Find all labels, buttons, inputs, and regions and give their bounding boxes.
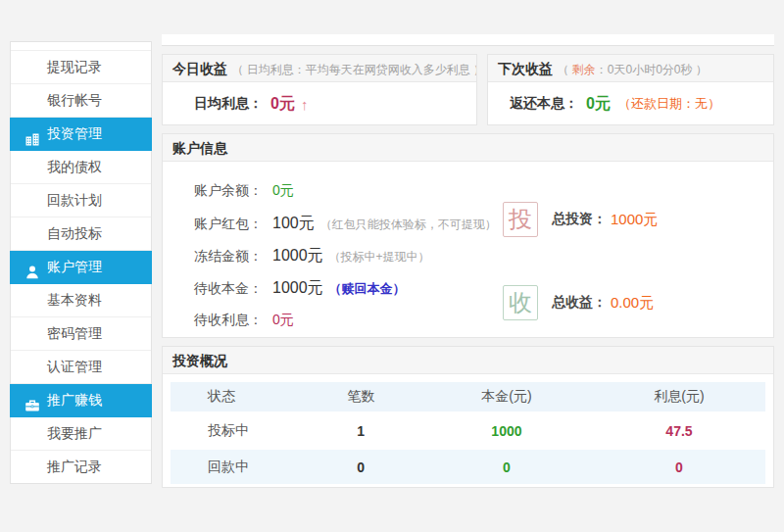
daily-interest-label: 日均利息： xyxy=(194,95,263,113)
sidebar-item-promotion-records[interactable]: 推广记录 xyxy=(11,451,151,483)
red-packet-note: （红包只能投体验标，不可提现） xyxy=(320,218,497,231)
arrow-up-icon: ↑ xyxy=(301,96,309,113)
interest-cell: 0 xyxy=(593,484,765,488)
pending-interest-value: 0元 xyxy=(272,312,294,327)
next-income-note-remaining: 剩余 xyxy=(572,63,596,76)
table-row-repaying: 回款中 0 0 0 xyxy=(171,450,765,484)
interest-cell: 47.5 xyxy=(593,411,765,450)
frozen-amount-label: 冻结金额： xyxy=(194,248,263,264)
account-balance-label: 账户余额： xyxy=(194,182,263,198)
column-count: 笔数 xyxy=(302,382,420,411)
total-investment-label: 总投资： xyxy=(552,211,607,228)
total-earnings-label: 总收益： xyxy=(552,294,607,312)
sidebar-item-label: 提现记录 xyxy=(47,59,102,74)
sidebar-item-label: 回款计划 xyxy=(47,192,102,208)
total-investment-value: 1000元 xyxy=(611,211,658,229)
account-stats: 投 总投资： 1000元 收 总收益： 0.00元 xyxy=(503,162,758,339)
account-balance-value: 0元 xyxy=(272,182,294,198)
frozen-amount-note: （投标中+提现中） xyxy=(329,250,430,264)
principal-cell: 0 xyxy=(420,484,593,488)
investment-overview-title: 投资概况 xyxy=(172,353,227,368)
sidebar-item-partial xyxy=(11,42,151,51)
count-cell: 0 xyxy=(302,484,420,488)
sidebar-item-label: 投资管理 xyxy=(47,125,102,141)
total-investment-stat: 投 总投资： 1000元 xyxy=(503,202,658,237)
daily-interest-value: 0元 xyxy=(270,94,295,115)
today-income-title: 今日收益 xyxy=(172,61,227,76)
sidebar-item-auto-bid[interactable]: 自动投标 xyxy=(11,218,151,251)
partial-panel-top xyxy=(162,34,774,46)
principal-cell: 1000 xyxy=(420,411,593,450)
next-income-body: 返还本息： 0元 （还款日期：无） xyxy=(488,82,773,125)
account-info-title: 账户信息 xyxy=(172,140,227,156)
today-income-panel: 今日收益 （ 日均利息：平均每天在网贷网收入多少利息 ） 日均利息： 0元 ↑ xyxy=(162,54,477,125)
next-income-note-countdown: ：0天0小时0分0秒 ） xyxy=(596,63,708,76)
account-info-header: 账户信息 xyxy=(163,134,773,162)
user-icon xyxy=(24,260,40,275)
total-earnings-value: 0.00元 xyxy=(611,294,654,313)
column-principal: 本金(元) xyxy=(420,382,593,411)
next-income-header: 下次收益 （ 剩余：0天0小时0分0秒 ） xyxy=(488,55,773,82)
status-cell: 回款中 xyxy=(171,450,302,484)
interest-cell: 0 xyxy=(593,450,765,484)
sidebar-item-label: 银行帐号 xyxy=(47,92,102,108)
table-row-bidding: 投标中 1 1000 47.5 xyxy=(171,411,765,450)
building-icon xyxy=(24,126,40,142)
earnings-stamp-icon: 收 xyxy=(503,285,538,320)
sidebar-item-label: 我的债权 xyxy=(47,159,102,174)
account-info-body: 账户余额：0元 账户红包：100元（红包只能投体验标，不可提现） 冻结金额：10… xyxy=(163,162,773,339)
column-interest: 利息(元) xyxy=(593,382,765,411)
pending-principal-label: 待收本金： xyxy=(194,280,263,296)
investment-overview-panel: 投资概况 状态 笔数 本金(元) 利息(元) 投标中 1 1000 47.5 xyxy=(162,346,774,488)
red-packet-value: 100元 xyxy=(272,215,315,231)
today-income-note: （ 日均利息：平均每天在网贷网收入多少利息 ） xyxy=(231,63,476,76)
sidebar-item-password-management[interactable]: 密码管理 xyxy=(11,317,151,351)
invest-stamp-icon: 投 xyxy=(503,202,538,237)
status-cell: 投标中 xyxy=(171,411,302,450)
sidebar-item-label: 推广记录 xyxy=(47,459,102,474)
principal-interest-value: 0元 xyxy=(586,94,611,115)
red-packet-label: 账户红包： xyxy=(194,216,263,231)
sidebar-item-verification-management[interactable]: 认证管理 xyxy=(11,351,151,384)
next-income-title: 下次收益 xyxy=(498,61,553,76)
account-info-panel: 账户信息 账户余额：0元 账户红包：100元（红包只能投体验标，不可提现） 冻结… xyxy=(162,133,774,338)
repay-date-note: （还款日期：无） xyxy=(618,95,720,113)
sidebar-item-account-management[interactable]: 账户管理 xyxy=(10,251,152,284)
pending-interest-label: 待收利息： xyxy=(194,312,263,327)
count-cell: 0 xyxy=(302,450,420,484)
income-panels: 今日收益 （ 日均利息：平均每天在网贷网收入多少利息 ） 日均利息： 0元 ↑ … xyxy=(162,54,774,125)
today-income-body: 日均利息： 0元 ↑ xyxy=(163,82,476,125)
sidebar-item-label: 账户管理 xyxy=(47,259,102,274)
sidebar-item-label: 基本资料 xyxy=(47,292,102,308)
pending-principal-value: 1000元 xyxy=(272,279,323,296)
sidebar-item-bank-account[interactable]: 银行帐号 xyxy=(11,84,151,118)
sidebar-item-label: 我要推广 xyxy=(47,425,102,441)
briefcase-icon xyxy=(24,393,40,409)
sidebar-item-my-claims[interactable]: 我的债权 xyxy=(11,151,151,184)
frozen-amount-value: 1000元 xyxy=(272,247,323,264)
next-income-panel: 下次收益 （ 剩余：0天0小时0分0秒 ） 返还本息： 0元 （还款日期：无） xyxy=(487,54,774,125)
column-status: 状态 xyxy=(171,382,302,411)
table-header-row: 状态 笔数 本金(元) 利息(元) xyxy=(171,382,765,411)
principal-cell: 0 xyxy=(420,450,593,484)
sidebar-item-investment-management[interactable]: 投资管理 xyxy=(10,118,152,151)
next-income-note-open: （ xyxy=(557,63,571,76)
sidebar-item-withdraw-records[interactable]: 提现记录 xyxy=(11,51,151,84)
principal-interest-label: 返还本息： xyxy=(510,95,578,113)
investment-overview-header: 投资概况 xyxy=(163,347,773,374)
user-center-page: 提现记录 银行帐号 投资管理 我的债权 回款计划 自动投标 xyxy=(0,0,784,532)
table-row-repaid-clipped: 已回款 0 0 0 xyxy=(171,484,765,488)
sidebar-item-i-want-promote[interactable]: 我要推广 xyxy=(11,417,151,451)
today-income-header: 今日收益 （ 日均利息：平均每天在网贷网收入多少利息 ） xyxy=(163,55,476,82)
sidebar-item-repayment-plan[interactable]: 回款计划 xyxy=(11,184,151,218)
sidebar: 提现记录 银行帐号 投资管理 我的债权 回款计划 自动投标 xyxy=(10,41,152,484)
sidebar-item-basic-profile[interactable]: 基本资料 xyxy=(11,284,151,317)
total-earnings-stat: 收 总收益： 0.00元 xyxy=(503,285,654,320)
investment-overview-table: 状态 笔数 本金(元) 利息(元) 投标中 1 1000 47.5 回款中 0 … xyxy=(171,382,765,488)
status-cell: 已回款 xyxy=(171,484,302,488)
sidebar-item-label: 认证管理 xyxy=(47,359,102,374)
sidebar-item-label: 推广赚钱 xyxy=(47,392,102,408)
sidebar-item-promotion-earn[interactable]: 推广赚钱 xyxy=(10,384,152,417)
sidebar-item-label: 密码管理 xyxy=(47,325,102,341)
redeem-principal-link[interactable]: （赎回本金） xyxy=(329,281,406,296)
